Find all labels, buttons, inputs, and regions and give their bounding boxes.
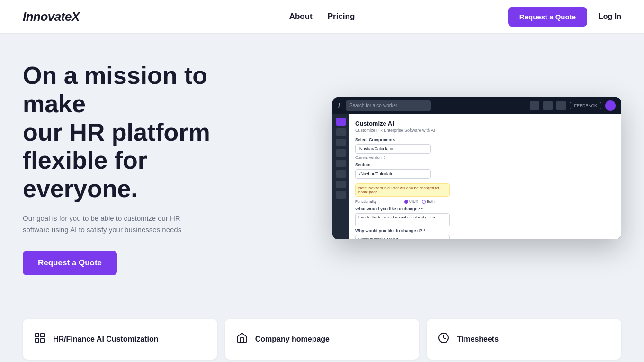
timesheets-icon	[438, 332, 449, 346]
mock-main-title: Customize AI	[355, 120, 616, 127]
mock-radio-uiux: UIUX	[404, 199, 418, 204]
svg-rect-3	[41, 339, 44, 342]
app-screenshot: / Search for a co-worker FEEDBACK	[332, 97, 621, 239]
nav-links: About Pricing	[289, 12, 355, 21]
feature-label-homepage: Company homepage	[255, 335, 330, 344]
sidebar-icon-7	[336, 181, 346, 188]
mock-change-textarea: I would like to make the navbar colored …	[355, 213, 450, 226]
feature-card-timesheets[interactable]: Timesheets	[427, 319, 621, 360]
radio-dot-uiux	[404, 200, 408, 204]
logo: InnovateX	[23, 9, 80, 24]
mock-icon-2	[543, 101, 553, 110]
mock-why-textarea: Green is great & I feel it	[355, 235, 450, 239]
mock-icon-1	[530, 101, 539, 110]
hero-text-block: On a mission to make our HR platform fle…	[23, 62, 269, 275]
sidebar-icon-6	[336, 170, 346, 178]
mock-main-subtitle: Customize HR Enterprise Software with AI	[355, 128, 616, 133]
nav-pricing-link[interactable]: Pricing	[328, 12, 355, 21]
mock-sidebar	[332, 114, 349, 239]
mock-radio-group: UIUX Both	[404, 199, 435, 204]
mock-current-version: Current Version: 1	[355, 155, 616, 160]
sidebar-icon-3	[336, 139, 346, 146]
mock-icons-right: FEEDBACK	[530, 100, 616, 111]
feature-card-hr[interactable]: HR/Finance AI Customization	[23, 319, 217, 360]
nav-about-link[interactable]: About	[289, 12, 313, 21]
mock-radio-both: Both	[422, 199, 434, 204]
slash-icon: /	[338, 102, 340, 109]
sidebar-icon-5	[336, 160, 346, 167]
navbar: InnovateX About Pricing Request a Quote …	[0, 0, 644, 33]
svg-rect-0	[36, 334, 39, 337]
mock-main-content: Customize AI Customize HR Enterprise Sof…	[349, 114, 621, 239]
features-grid: HR/Finance AI Customization Company home…	[23, 319, 621, 360]
feature-label-hr: HR/Finance AI Customization	[53, 335, 159, 344]
mock-select-label: Select Components	[355, 137, 616, 142]
nav-actions: Request a Quote Log In	[508, 7, 621, 27]
mock-select-box: Navbar/Calculator	[355, 144, 431, 154]
company-homepage-icon	[236, 332, 248, 346]
svg-rect-2	[36, 339, 39, 342]
hr-finance-icon	[34, 332, 45, 346]
mock-topbar: / Search for a co-worker FEEDBACK	[332, 97, 621, 114]
sidebar-icon-4	[336, 149, 346, 157]
mock-functionality-row: Functionality UIUX Both	[355, 199, 616, 204]
mock-change-label: What would you like to change? *	[355, 207, 616, 211]
hero-subtitle: Our goal is for you to be able to custom…	[23, 213, 203, 235]
mock-section-label: Section	[355, 163, 616, 167]
mock-icon-3	[556, 101, 566, 110]
radio-dot-both	[422, 200, 426, 204]
feature-label-timesheets: Timesheets	[457, 335, 499, 344]
request-quote-button[interactable]: Request a Quote	[508, 7, 587, 27]
mock-search-bar: Search for a co-worker	[346, 100, 431, 111]
hero-section: On a mission to make our HR platform fle…	[0, 33, 644, 304]
mock-body: Customize AI Customize HR Enterprise Sof…	[332, 114, 621, 239]
search-placeholder-text: Search for a co-worker	[349, 103, 397, 108]
feedback-button: FEEDBACK	[570, 102, 601, 109]
mock-avatar	[605, 100, 616, 111]
logo-text: InnovateX	[23, 9, 80, 24]
feature-card-homepage[interactable]: Company homepage	[225, 319, 420, 360]
svg-rect-1	[41, 334, 44, 337]
mock-functionality-label: Functionality	[355, 199, 402, 204]
login-button[interactable]: Log In	[599, 12, 621, 21]
sidebar-icon-8	[336, 191, 346, 199]
mock-why-label: Why would you like to change it? *	[355, 228, 616, 233]
features-row-1: HR/Finance AI Customization Company home…	[0, 304, 644, 362]
hero-title: On a mission to make our HR platform fle…	[23, 62, 269, 203]
mock-note-box: Note: Navbar/Calculator will only be cha…	[355, 183, 450, 197]
mock-section-value: /Navbar/Calculator	[355, 169, 431, 179]
sidebar-icon-1	[336, 118, 346, 126]
sidebar-icon-2	[336, 128, 346, 136]
hero-cta-button[interactable]: Request a Quote	[23, 251, 117, 275]
